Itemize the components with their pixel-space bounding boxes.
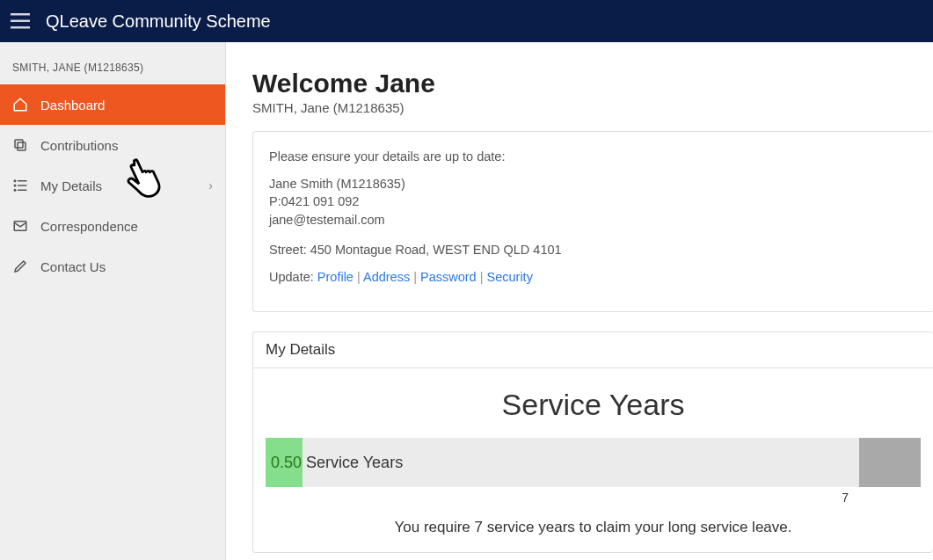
page-subtitle: SMITH, Jane (M1218635) [252,100,933,115]
svg-rect-1 [11,20,30,23]
sidebar-item-my-details[interactable]: My Details › [0,165,225,206]
topbar: QLeave Community Scheme [0,0,933,42]
details-email: jane@testemail.com [269,211,917,229]
separator: | [480,270,487,284]
link-address[interactable]: Address [363,270,410,284]
sidebar-item-label: Contact Us [40,259,213,274]
sidebar-item-contact-us[interactable]: Contact Us [0,246,225,287]
chevron-right-icon: › [208,178,213,193]
svg-point-9 [14,189,17,192]
service-years-bar-target [859,438,921,487]
service-years-bar-text: 0.50 Service Years [271,453,403,471]
service-years-label: Service Years [306,453,403,470]
update-label: Update: [269,270,314,284]
sidebar-user-label: SMITH, JANE (M1218635) [0,42,225,84]
app-title: QLeave Community Scheme [46,11,271,32]
svg-rect-0 [11,13,30,16]
details-address: Street: 450 Montague Road, WEST END QLD … [269,241,917,259]
details-name: Jane Smith (M1218635) [269,175,917,193]
sidebar-item-label: Contributions [40,138,213,153]
separator: | [413,270,420,284]
sidebar-item-correspondence[interactable]: Correspondence [0,206,225,246]
envelope-icon [12,218,28,234]
copy-icon [12,137,28,153]
pencil-icon [12,258,28,274]
service-years-value: 0.50 [271,453,302,470]
svg-point-7 [14,185,17,187]
details-phone: P:0421 091 092 [269,193,917,210]
svg-rect-8 [18,185,27,186]
separator: | [357,270,363,284]
details-card: Please ensure your details are up to dat… [252,131,933,312]
sidebar-item-label: Correspondence [40,219,213,234]
svg-rect-3 [18,142,26,150]
svg-rect-2 [11,26,30,29]
svg-point-5 [14,179,17,182]
update-links-row: Update: Profile | Address | Password | S… [269,268,917,287]
my-details-panel: My Details Service Years 0.50 Service Ye… [252,331,933,553]
page-title: Welcome Jane [252,69,933,98]
list-icon [12,178,28,193]
service-years-target-label: 7 [266,491,921,505]
svg-rect-6 [18,180,27,182]
sidebar-item-label: My Details [40,178,196,193]
link-profile[interactable]: Profile [317,270,354,284]
link-password[interactable]: Password [420,270,477,284]
panel-header: My Details [253,332,933,368]
sidebar: SMITH, JANE (M1218635) Dashboard Contrib… [0,42,226,560]
svg-rect-4 [15,140,23,148]
link-security[interactable]: Security [487,270,533,284]
service-years-bar: 0.50 Service Years [266,438,921,487]
service-years-title: Service Years [266,388,921,422]
service-years-requirement: You require 7 service years to claim you… [266,519,921,536]
sidebar-item-label: Dashboard [40,98,213,113]
details-intro: Please ensure your details are up to dat… [269,148,917,166]
svg-rect-10 [18,190,27,192]
home-icon [12,97,28,113]
menu-icon[interactable] [11,13,30,29]
sidebar-item-dashboard[interactable]: Dashboard [0,84,225,125]
main-content: Welcome Jane SMITH, Jane (M1218635) Plea… [226,42,933,560]
sidebar-item-contributions[interactable]: Contributions [0,125,225,165]
